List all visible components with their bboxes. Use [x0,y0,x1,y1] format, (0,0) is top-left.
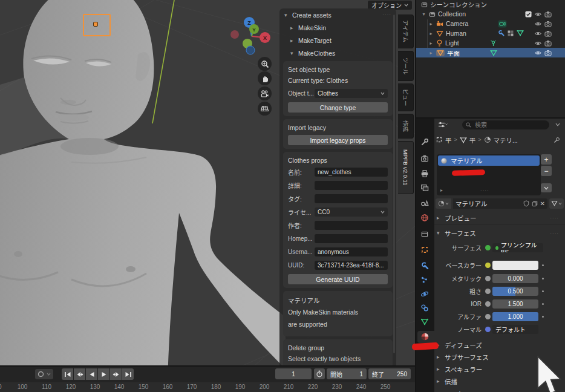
collection-row[interactable]: ▾ Collection [416,9,565,19]
makeskin-subpanel[interactable]: ▸ MakeSkin [279,21,396,34]
normal-dropdown[interactable]: デフォルト [492,325,538,334]
keyframe-dot[interactable] [542,264,544,266]
unlink-close-icon[interactable]: ✕ [540,200,545,207]
breadcrumb-material[interactable]: マテリ... [494,136,518,145]
fake-user-shield-icon[interactable] [523,200,529,207]
material-name-field[interactable]: マテリアル ✕ [453,198,547,209]
orthographic-grid-button[interactable] [258,102,272,116]
search-input[interactable] [474,121,537,129]
auto-keying-button[interactable] [35,369,53,379]
base-color-swatch[interactable] [492,261,538,270]
object-type-dropdown[interactable]: Clothes [315,89,388,98]
object-tab[interactable] [420,246,430,255]
copy-datablock-icon[interactable] [532,200,538,207]
constraints-tab[interactable] [420,304,430,313]
shader-dropdown[interactable]: プリンシプルBS... [492,243,543,252]
modifiers-tab[interactable] [420,262,430,272]
homepage-field[interactable] [315,234,388,243]
object-data-tab[interactable] [420,318,430,327]
timeline-ruler[interactable]: 90 100 110 120 130 140 150 160 170 180 1… [0,382,416,392]
panel-scrollbar[interactable] [393,15,395,353]
description-field[interactable] [315,181,388,190]
eye-visibility-icon[interactable] [534,30,542,37]
view-layer-tab[interactable] [420,184,430,194]
camera-render-icon[interactable] [544,40,552,47]
camera-render-icon[interactable] [544,21,552,27]
checkbox-checked-icon[interactable] [525,11,532,18]
jump-to-start-button[interactable] [62,368,73,380]
camera-render-icon[interactable] [544,30,552,37]
modifier-stack-badge-icon[interactable] [507,30,514,37]
link-mesh-dropdown[interactable] [549,198,564,209]
pan-tool-button[interactable] [258,71,272,85]
eye-visibility-icon[interactable] [534,50,542,56]
roughness-slider[interactable]: 0.500 [492,287,538,296]
maketarget-subpanel[interactable]: ▸ MakeTarget [279,34,396,47]
eye-visibility-icon[interactable] [534,40,542,47]
remove-slot-button[interactable]: − [541,166,552,176]
scene-collection-row[interactable]: シーンコレクション [416,0,565,9]
preview-panel-header[interactable]: ▸ プレビュー ···· [434,212,565,223]
tab-create[interactable]: 作成 [398,114,414,139]
username-field[interactable]: anonymous [315,247,388,256]
collection-tab[interactable] [420,230,430,240]
change-type-button[interactable]: Change type [288,102,388,113]
output-tab[interactable] [420,169,430,179]
jump-to-end-button[interactable] [122,368,134,380]
camera-render-icon[interactable] [544,11,552,18]
pin-icon[interactable] [554,137,560,143]
tab-view[interactable]: ビュー [398,83,414,111]
create-assets-header[interactable]: ▾ Create assets ···· [279,8,396,21]
header-menu-button[interactable] [555,123,560,126]
light-object-row[interactable]: ▸ Light [416,38,565,48]
use-preview-range-button[interactable] [314,368,325,379]
tab-item[interactable]: アイテム [398,15,414,48]
frame-end-field[interactable]: 終了 250 [368,368,411,379]
surface-panel-header[interactable]: ▾ サーフェス ···· [434,227,565,238]
panel-grip[interactable]: ···· [382,12,391,18]
uuid-field[interactable]: 3c713714-23ea-418f-8... [315,261,388,270]
physics-tab[interactable] [420,290,430,299]
mesh-data-badge-icon[interactable] [490,50,497,56]
play-reverse-button[interactable] [86,368,97,380]
tag-field[interactable] [315,194,388,203]
eye-visibility-icon[interactable] [534,21,542,27]
tab-tool[interactable]: ツール [398,51,414,81]
slot-filter-toggle[interactable]: ▸ [440,188,443,193]
camera-object-row[interactable]: ▸ Camera [416,19,565,28]
generate-uuid-button[interactable]: Generate UUID [288,274,388,284]
mesh-data-badge-icon[interactable] [517,30,524,36]
current-frame-field[interactable]: 1 [275,368,312,379]
pose-wrench-badge-icon[interactable] [497,30,505,37]
alpha-slider[interactable]: 1.000 [492,312,538,321]
properties-search[interactable] [462,120,549,129]
camera-render-icon[interactable] [544,50,552,56]
tool-tab[interactable] [420,138,430,148]
slot-specials-button[interactable] [541,183,552,192]
makeclothes-subpanel[interactable]: ▾ MakeClothes [279,47,396,59]
next-keyframe-button[interactable] [110,368,122,380]
tab-mpfb[interactable]: MPFB v2.0.11 [398,141,414,194]
browse-material-button[interactable] [436,198,451,209]
editor-type-button[interactable] [438,121,448,128]
view-axis-gizmo[interactable]: Z Y X [225,13,279,59]
material-slot-selected[interactable]: マテリアル [438,155,540,166]
keyframe-dot[interactable] [542,290,544,292]
camera-view-button[interactable] [258,87,272,100]
material-tab-active[interactable] [420,332,430,342]
human-object-row[interactable]: ▸ Human [416,28,565,38]
import-legacy-props-button[interactable]: Import legacy props [288,135,388,145]
camera-data-badge-icon[interactable] [498,20,507,28]
eye-visibility-icon[interactable] [534,11,542,18]
keyframe-dot[interactable] [542,316,544,318]
diffuse-panel-header[interactable]: ▸ ディフューズ [434,339,565,350]
name-field[interactable]: new_clothes [315,168,388,177]
particles-tab[interactable] [420,276,430,286]
slot-grip[interactable]: ···· [480,188,489,193]
prev-keyframe-button[interactable] [74,368,85,380]
render-tab[interactable] [420,154,430,164]
breadcrumb-data[interactable]: 平 [469,136,476,145]
zoom-tool-button[interactable] [258,57,272,71]
plane-object-row-selected[interactable]: ▸ 平面 [416,48,565,57]
keyframe-dot[interactable] [542,303,544,305]
